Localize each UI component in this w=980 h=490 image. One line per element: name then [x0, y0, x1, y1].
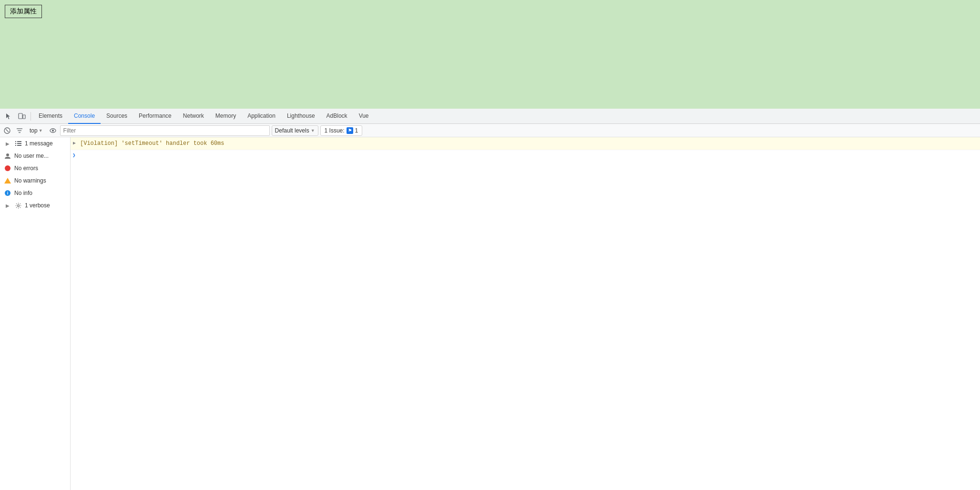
tab-vue[interactable]: Vue: [353, 109, 375, 124]
console-row: ▶ [Violation] 'setTimeout' handler took …: [71, 137, 980, 150]
inspect-element-icon[interactable]: [2, 110, 15, 123]
tab-network[interactable]: Network: [177, 109, 210, 124]
svg-point-16: [17, 204, 19, 206]
tab-lighthouse[interactable]: Lighthouse: [281, 109, 321, 124]
sidebar-item-errors[interactable]: No errors: [0, 162, 70, 174]
warning-icon: [4, 177, 11, 184]
tabs-list: ElementsConsoleSourcesPerformanceNetwork…: [33, 109, 375, 124]
tab-performance[interactable]: Performance: [133, 109, 177, 124]
eye-icon[interactable]: [48, 125, 58, 136]
svg-rect-12: [17, 143, 21, 144]
sidebar-item-label: No user me...: [14, 153, 49, 159]
sidebar-item-info[interactable]: No info: [0, 187, 70, 199]
devtools-tab-bar: ElementsConsoleSourcesPerformanceNetwork…: [0, 109, 980, 124]
user-icon: [4, 152, 11, 160]
console-main-area: ▶ 1 message: [0, 137, 980, 490]
dropdown-arrow-icon: ▼: [311, 128, 315, 133]
issues-count: 1: [355, 127, 358, 134]
console-output: ▶ [Violation] 'setTimeout' handler took …: [71, 137, 980, 490]
context-selector[interactable]: top ▼: [27, 126, 46, 135]
sidebar-item-warnings[interactable]: No warnings: [0, 174, 70, 187]
console-message-text: [Violation] 'setTimeout' handler took 60…: [78, 139, 978, 148]
filter-icon[interactable]: [14, 125, 25, 136]
sidebar-item-user[interactable]: No user me...: [0, 150, 70, 162]
devtools-panel: ElementsConsoleSourcesPerformanceNetwork…: [0, 109, 980, 490]
svg-line-3: [6, 129, 9, 132]
info-icon: [4, 189, 11, 197]
sidebar-item-label: 1 verbose: [25, 202, 50, 209]
svg-rect-13: [15, 145, 16, 146]
svg-rect-0: [19, 113, 22, 119]
svg-rect-11: [15, 143, 16, 144]
sidebar-item-label: No warnings: [14, 177, 46, 184]
tab-elements[interactable]: Elements: [33, 109, 68, 124]
context-label: top: [30, 127, 38, 134]
gear-icon: [14, 202, 22, 209]
svg-point-8: [52, 130, 54, 132]
expand-arrow-icon: ▶: [4, 203, 11, 208]
console-prompt-row[interactable]: ❯: [71, 150, 980, 160]
add-attribute-button[interactable]: 添加属性: [5, 5, 42, 18]
sidebar-item-label: 1 message: [25, 140, 53, 147]
svg-rect-9: [15, 141, 16, 142]
tab-separator: [31, 112, 31, 121]
device-toggle-icon[interactable]: [15, 110, 29, 123]
tab-console[interactable]: Console: [68, 109, 101, 124]
issues-label: 1 Issue:: [325, 127, 345, 134]
svg-point-15: [6, 153, 9, 156]
issues-badge[interactable]: 1 Issue: ⚑ 1: [320, 125, 363, 136]
sidebar-item-verbose[interactable]: ▶ 1 verbose: [0, 199, 70, 212]
clear-console-button[interactable]: [2, 125, 12, 136]
console-expand-arrow[interactable]: ▶: [71, 139, 78, 147]
tab-application[interactable]: Application: [242, 109, 281, 124]
chevron-down-icon: ▼: [39, 128, 43, 133]
default-levels-button[interactable]: Default levels ▼: [272, 125, 318, 136]
sidebar-item-label: No errors: [14, 165, 38, 172]
sidebar-item-messages[interactable]: ▶ 1 message: [0, 137, 70, 150]
tab-memory[interactable]: Memory: [210, 109, 242, 124]
svg-rect-10: [17, 141, 21, 142]
console-prompt-arrow: ❯: [72, 152, 76, 158]
svg-rect-1: [23, 115, 25, 119]
tab-sources[interactable]: Sources: [101, 109, 133, 124]
error-icon: [4, 164, 11, 172]
sidebar-item-label: No info: [14, 190, 32, 196]
filter-input[interactable]: [60, 125, 270, 136]
tab-adblock[interactable]: AdBlock: [321, 109, 353, 124]
console-toolbar: top ▼ Default levels ▼ 1 Issue: ⚑ 1: [0, 124, 980, 137]
default-levels-label: Default levels: [275, 127, 309, 134]
page-content-area: 添加属性: [0, 0, 980, 109]
list-icon: [14, 140, 22, 147]
expand-arrow-icon: ▶: [4, 141, 11, 146]
console-sidebar: ▶ 1 message: [0, 137, 71, 490]
issue-icon: ⚑: [347, 127, 353, 134]
svg-rect-14: [17, 145, 21, 146]
